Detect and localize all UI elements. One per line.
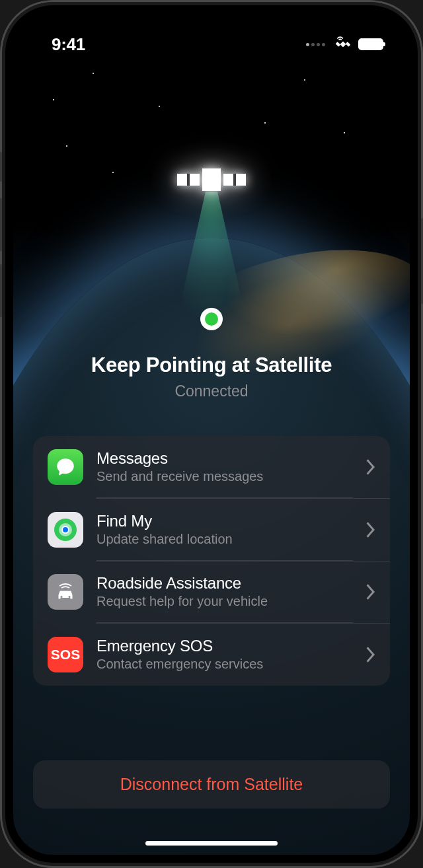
options-list: Messages Send and receive messages Find … xyxy=(33,436,390,686)
sos-icon: SOS xyxy=(48,637,83,672)
option-findmy[interactable]: Find My Update shared location xyxy=(33,499,390,561)
home-indicator[interactable] xyxy=(145,841,278,846)
option-roadside[interactable]: Roadside Assistance Request help for you… xyxy=(33,561,390,623)
findmy-icon xyxy=(48,512,83,548)
silent-switch xyxy=(0,152,2,182)
svg-rect-1 xyxy=(336,42,341,47)
option-messages[interactable]: Messages Send and receive messages xyxy=(33,436,390,498)
battery-icon xyxy=(358,38,383,50)
chevron-right-icon xyxy=(366,584,375,600)
status-time: 9:41 xyxy=(52,34,85,55)
satellite-icon xyxy=(202,168,221,191)
satellite-status-icon xyxy=(334,36,352,53)
svg-point-5 xyxy=(62,526,69,533)
roadside-icon xyxy=(48,574,83,610)
option-title: Emergency SOS xyxy=(96,637,353,655)
option-title: Find My xyxy=(96,512,353,530)
prompt: Keep Pointing at Satellite Connected xyxy=(13,353,410,400)
prompt-subtitle: Connected xyxy=(13,382,410,400)
messages-icon xyxy=(48,449,83,485)
disconnect-button[interactable]: Disconnect from Satellite xyxy=(33,760,390,809)
chevron-right-icon xyxy=(366,522,375,538)
svg-point-7 xyxy=(69,596,71,598)
svg-point-6 xyxy=(61,596,63,598)
prompt-title: Keep Pointing at Satellite xyxy=(13,353,410,377)
option-subtitle: Contact emergency services xyxy=(96,657,353,672)
location-marker-icon xyxy=(200,308,223,330)
status-right xyxy=(306,36,383,53)
option-subtitle: Update shared location xyxy=(96,532,353,547)
option-title: Roadside Assistance xyxy=(96,574,353,593)
svg-rect-0 xyxy=(340,41,346,47)
chevron-right-icon xyxy=(366,647,375,663)
option-subtitle: Request help for your vehicle xyxy=(96,594,353,609)
option-title: Messages xyxy=(96,449,353,468)
option-sos[interactable]: SOS Emergency SOS Contact emergency serv… xyxy=(33,624,390,686)
dynamic-island xyxy=(155,26,268,58)
volume-down-button xyxy=(0,264,2,317)
svg-rect-2 xyxy=(346,42,351,47)
cellular-dots-icon xyxy=(306,43,325,46)
phone-frame: 9:41 xyxy=(0,0,423,868)
screen: 9:41 xyxy=(13,13,410,855)
volume-up-button xyxy=(0,198,2,251)
chevron-right-icon xyxy=(366,459,375,475)
option-subtitle: Send and receive messages xyxy=(96,469,353,484)
